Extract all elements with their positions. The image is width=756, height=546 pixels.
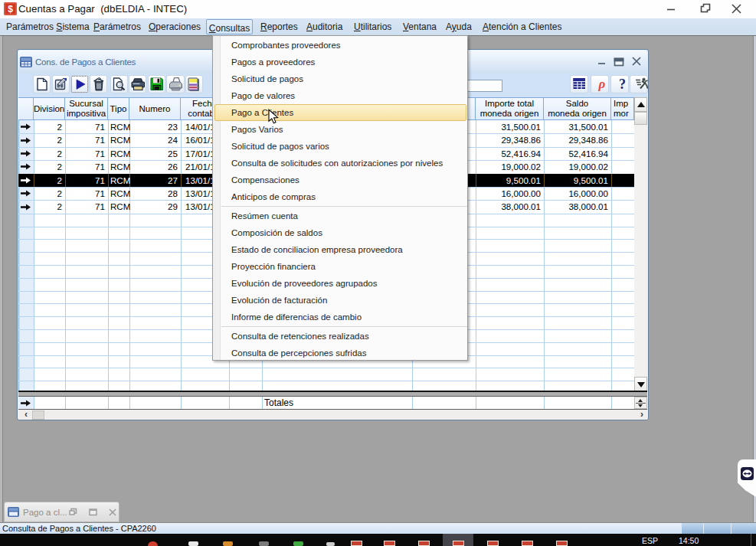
svg-text:$: $ (8, 4, 13, 15)
svg-text:ρ: ρ (597, 77, 605, 91)
svg-text:?: ? (619, 77, 626, 92)
